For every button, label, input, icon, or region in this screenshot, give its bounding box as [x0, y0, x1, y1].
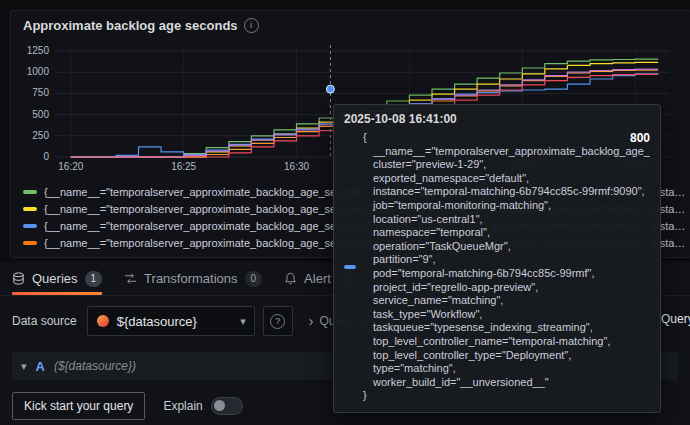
tooltip-line: pod="temporal-matching-6b794cc85c-99rmf"…	[363, 267, 650, 281]
tooltip-line: worker_build_id="__unversioned__"	[363, 376, 650, 390]
explain-toggle[interactable]	[211, 397, 243, 415]
svg-text:16:20: 16:20	[58, 161, 83, 172]
tooltip-line: }	[363, 389, 650, 403]
explain-control: Explain	[163, 397, 242, 415]
panel-title: Approximate backlog age seconds	[23, 18, 238, 33]
tooltip-timestamp: 2025-10-08 16:41:00	[334, 105, 660, 129]
tooltip-line: top_level_controller_name="temporal-matc…	[363, 335, 650, 349]
help-icon: ?	[270, 314, 285, 329]
datasource-picker[interactable]: ${datasource} ▾	[87, 306, 255, 336]
panel-header: Approximate backlog age seconds i	[11, 11, 690, 35]
query-ref-datasource: (${datasource})	[54, 359, 136, 373]
tab-count-badge: 1	[85, 271, 103, 287]
grafana-panel-edit-screen: Approximate backlog age seconds i 025050…	[0, 0, 690, 425]
shuffle-icon	[124, 272, 137, 285]
chevron-down-icon: ▾	[21, 360, 27, 373]
datasource-label: Data source	[12, 314, 77, 328]
svg-text:1000: 1000	[27, 66, 50, 77]
tooltip-line: service_name="matching",	[363, 294, 650, 308]
series-color-marker	[344, 265, 356, 269]
tooltip-line: cluster="preview-1-29",	[363, 158, 650, 172]
tooltip-line: location="us-central1",	[363, 213, 650, 227]
svg-text:750: 750	[32, 87, 49, 98]
tooltip-line: type="matching",	[363, 362, 650, 376]
tooltip-line: instance="temporal-matching-6b794cc85c-9…	[363, 185, 650, 199]
tooltip-line: project_id="regrello-app-preview",	[363, 281, 650, 295]
tooltip-lines: {__name__="temporalserver_approximate_ba…	[363, 131, 650, 403]
series-color-marker	[23, 207, 37, 211]
tab-label: Alert	[304, 271, 331, 286]
tooltip-value: 800	[630, 131, 650, 145]
tooltip-line: partition="9",	[363, 253, 650, 267]
tooltip-line: namespace="temporal",	[363, 226, 650, 240]
svg-text:250: 250	[32, 130, 49, 141]
tooltip-body: {__name__="temporalserver_approximate_ba…	[334, 129, 660, 412]
tab-label: Queries	[32, 271, 78, 286]
query-inspector-button[interactable]: Query inspector	[661, 312, 690, 326]
chevron-right-icon: ›	[309, 314, 314, 328]
series-color-marker	[23, 224, 37, 228]
datasource-value: ${datasource}	[117, 314, 233, 329]
svg-text:16:25: 16:25	[171, 161, 196, 172]
toggle-knob	[214, 400, 225, 411]
tooltip-line: taskqueue="typesense_indexing_streaming"…	[363, 321, 650, 335]
series-color-marker	[23, 241, 37, 245]
tooltip-line: {	[363, 131, 650, 145]
svg-text:500: 500	[32, 109, 49, 120]
datasource-help-button[interactable]: ?	[263, 306, 293, 336]
explain-label: Explain	[163, 399, 202, 413]
tooltip-line: exported_namespace="default",	[363, 172, 650, 186]
tooltip-line: __name__="temporalserver_approximate_bac…	[363, 145, 650, 159]
info-icon[interactable]: i	[244, 18, 259, 33]
svg-text:16:30: 16:30	[284, 161, 309, 172]
tooltip-line: task_type="Workflow",	[363, 308, 650, 322]
svg-text:1250: 1250	[27, 45, 50, 56]
query-ref-id: A	[36, 359, 45, 374]
kick-start-query-button[interactable]: Kick start your query	[12, 392, 145, 420]
chart-hover-tooltip: 2025-10-08 16:41:00 {__name__="temporals…	[333, 104, 661, 413]
tooltip-line: operation="TaskQueueMgr",	[363, 240, 650, 254]
tooltip-line: top_level_controller_type="Deployment",	[363, 349, 650, 363]
tab-label: Transformations	[144, 271, 237, 286]
tooltip-line: job="temporal-monitoring-matching",	[363, 199, 650, 213]
database-icon	[12, 272, 25, 285]
bell-icon	[284, 272, 297, 285]
chevron-down-icon: ▾	[240, 315, 246, 328]
svg-text:0: 0	[43, 151, 49, 162]
tab-transformations[interactable]: Transformations 0	[124, 262, 262, 295]
tab-count-badge: 0	[245, 271, 263, 287]
tab-queries[interactable]: Queries 1	[12, 262, 102, 295]
datasource-icon	[96, 314, 110, 328]
series-color-marker	[23, 190, 37, 194]
